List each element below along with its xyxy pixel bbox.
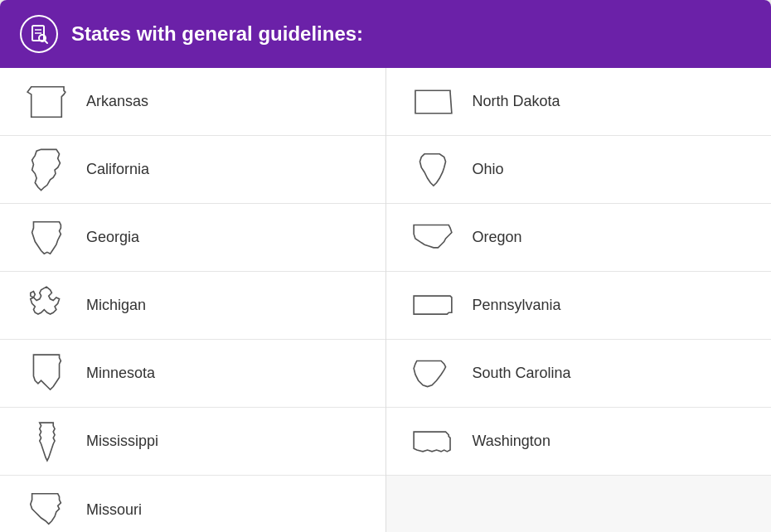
list-item: Michigan bbox=[0, 272, 386, 340]
georgia-icon bbox=[13, 211, 80, 264]
header: States with general guidelines: bbox=[0, 0, 771, 68]
right-column: North Dakota Ohio Oregon bbox=[386, 68, 772, 532]
header-icon bbox=[20, 15, 58, 53]
mississippi-icon bbox=[13, 415, 80, 468]
list-item: Missouri bbox=[0, 476, 386, 532]
main-card: States with general guidelines: Arkansas bbox=[0, 0, 771, 532]
list-item: South Carolina bbox=[386, 340, 772, 408]
michigan-icon bbox=[13, 279, 80, 332]
list-item: Washington bbox=[386, 408, 772, 476]
state-name: Ohio bbox=[466, 161, 504, 178]
pennsylvania-icon bbox=[400, 279, 466, 332]
list-item: North Dakota bbox=[386, 68, 772, 136]
missouri-icon bbox=[13, 483, 80, 532]
empty-row bbox=[386, 476, 772, 532]
state-name: North Dakota bbox=[466, 93, 560, 110]
washington-icon bbox=[400, 415, 466, 468]
list-item: Mississippi bbox=[0, 408, 386, 476]
minnesota-icon bbox=[13, 347, 80, 400]
content-grid: Arkansas California Georgia bbox=[0, 68, 771, 532]
state-name: Pennsylvania bbox=[466, 297, 561, 314]
arkansas-icon bbox=[13, 75, 80, 128]
ohio-icon bbox=[400, 143, 466, 196]
state-name: Minnesota bbox=[80, 365, 155, 382]
oregon-icon bbox=[400, 211, 466, 264]
south-carolina-icon bbox=[400, 347, 466, 400]
header-title: States with general guidelines: bbox=[71, 22, 363, 46]
left-column: Arkansas California Georgia bbox=[0, 68, 386, 532]
list-item: Arkansas bbox=[0, 68, 386, 136]
list-item: California bbox=[0, 136, 386, 204]
state-name: South Carolina bbox=[466, 365, 571, 382]
state-name: Washington bbox=[466, 433, 550, 450]
list-item: Georgia bbox=[0, 204, 386, 272]
state-name: Michigan bbox=[80, 297, 146, 314]
list-item: Ohio bbox=[386, 136, 772, 204]
state-name: Arkansas bbox=[80, 93, 148, 110]
state-name: Missouri bbox=[80, 501, 142, 519]
list-item: Oregon bbox=[386, 204, 772, 272]
state-name: Oregon bbox=[466, 229, 522, 246]
state-name: Mississippi bbox=[80, 433, 158, 450]
california-icon bbox=[13, 143, 80, 196]
state-name: California bbox=[80, 161, 149, 178]
list-item: Minnesota bbox=[0, 340, 386, 408]
list-item: Pennsylvania bbox=[386, 272, 772, 340]
svg-line-4 bbox=[45, 41, 47, 43]
state-name: Georgia bbox=[80, 229, 139, 246]
north-dakota-icon bbox=[400, 75, 466, 128]
